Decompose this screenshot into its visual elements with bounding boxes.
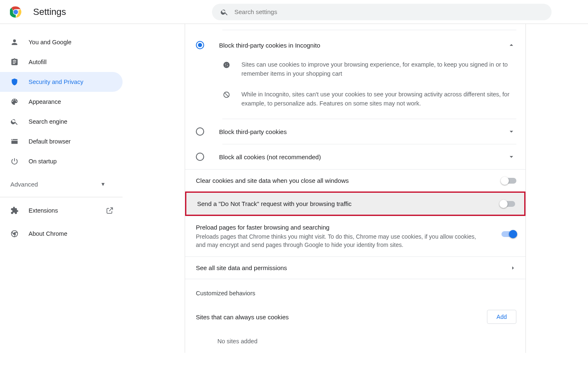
toggle-switch[interactable] [501,178,516,184]
svg-point-9 [227,65,228,66]
caret-down-icon: ▾ [101,180,105,188]
setting-see-all-site-data[interactable]: See all site data and permissions [185,256,525,279]
browser-icon [10,137,19,146]
sites-label: Sites that can always use cookies [196,314,289,321]
sidebar-item-label: You and Google [29,39,71,45]
svg-point-5 [224,62,230,68]
radio-block-all[interactable]: Block all cookies (not recommended) [185,144,525,169]
sidebar-item-search-engine[interactable]: Search engine [0,112,123,132]
chevron-down-icon[interactable] [504,124,519,139]
sidebar-item-advanced[interactable]: Advanced ▾ [0,171,123,197]
chrome-icon [10,230,19,238]
setting-title: Preload pages for faster browsing and se… [196,224,482,231]
radio-button-icon[interactable] [196,41,204,49]
section-customized-behaviors: Customized behaviors [185,279,525,298]
chevron-right-icon [510,265,516,271]
sidebar-item-label: Security and Privacy [29,79,83,85]
sidebar-item-on-startup[interactable]: On startup [0,151,123,171]
sidebar-item-label: Default browser [29,138,71,145]
setting-title: Clear cookies and site data when you clo… [196,177,349,184]
svg-point-8 [226,66,227,67]
app-header: Settings [0,0,588,24]
chevron-up-icon[interactable] [504,38,519,53]
radio-button-icon[interactable] [196,153,204,161]
setting-title: See all site data and permissions [196,264,287,271]
description-text: Sites can use cookies to improve your br… [241,60,516,78]
highlighted-dnt-row: Send a "Do Not Track" request with your … [185,192,525,216]
setting-clear-on-close[interactable]: Clear cookies and site data when you clo… [185,169,525,192]
search-icon [10,117,19,126]
sidebar-item-you-and-google[interactable]: You and Google [0,32,123,52]
incognito-description: While in Incognito, sites can't use your… [185,86,525,115]
svg-point-7 [227,64,228,65]
svg-point-6 [225,64,226,65]
add-button[interactable]: Add [487,310,516,324]
sidebar-item-label: Extensions [29,207,58,214]
search-bar[interactable] [212,4,552,20]
setting-title: Send a "Do Not Track" request with your … [197,200,352,207]
sidebar-item-about-chrome[interactable]: About Chrome [0,222,123,245]
person-icon [10,38,19,46]
radio-button-icon[interactable] [196,127,204,136]
app-title: Settings [33,7,66,17]
radio-label: Block third-party cookies in Incognito [219,42,504,49]
block-icon [222,91,231,99]
setting-do-not-track[interactable]: Send a "Do Not Track" request with your … [186,193,524,215]
palette-icon [10,98,19,106]
setting-preload[interactable]: Preload pages for faster browsing and se… [185,216,525,256]
no-sites-added: No sites added [185,330,525,353]
open-external-icon [106,207,113,214]
advanced-label: Advanced [10,181,38,188]
sidebar: You and Google Autofill Security and Pri… [0,24,123,353]
extension-icon [10,206,19,215]
description-text: While in Incognito, sites can't use your… [241,90,516,108]
sidebar-item-label: Autofill [29,59,47,65]
chevron-down-icon[interactable] [504,149,519,164]
divider [0,197,123,197]
search-input[interactable] [234,8,543,15]
chrome-logo-icon [10,6,22,18]
search-icon [220,8,229,16]
toggle-switch[interactable] [500,201,515,207]
sidebar-item-extensions[interactable]: Extensions [0,199,123,222]
sites-always-use-cookies: Sites that can always use cookies Add [185,298,525,330]
radio-label: Block third-party cookies [219,128,504,135]
power-icon [10,157,19,165]
setting-description: Preloads pages that Chrome thinks you mi… [196,232,482,249]
sidebar-item-label: About Chrome [29,230,67,237]
sidebar-item-label: On startup [29,158,57,165]
cookie-icon [222,61,231,69]
settings-panel: Block third-party cookies in Incognito S… [185,24,526,353]
radio-block-third-party[interactable]: Block third-party cookies [185,119,525,144]
sidebar-item-default-browser[interactable]: Default browser [0,132,123,151]
sidebar-item-security-privacy[interactable]: Security and Privacy [0,72,123,92]
toggle-switch[interactable] [501,231,516,237]
radio-block-incognito[interactable]: Block third-party cookies in Incognito [185,30,525,60]
radio-label: Block all cookies (not recommended) [219,153,504,160]
sidebar-item-label: Appearance [29,98,61,105]
clipboard-icon [10,58,19,66]
sidebar-item-label: Search engine [29,118,67,125]
cookie-use-description: Sites can use cookies to improve your br… [185,60,525,86]
sidebar-item-appearance[interactable]: Appearance [0,92,123,112]
sidebar-item-autofill[interactable]: Autofill [0,52,123,72]
shield-icon [10,78,19,86]
